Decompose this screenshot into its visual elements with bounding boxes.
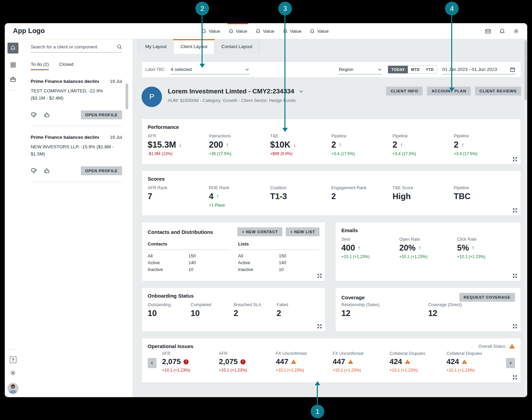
rail-item-portfolio[interactable] [10,76,16,82]
sidebar: To do (2) Closed Prime Finance balances … [21,39,137,397]
scrollbar-thumb[interactable] [524,40,527,100]
tab-todo[interactable]: To do (2) [31,62,49,70]
thumbs-down-icon[interactable] [31,168,37,174]
warning-icon [509,343,515,349]
performance-card: Performance AFR $15.3M↓ -$1.9M (13%) Int… [142,119,521,165]
card-title: Scores [148,176,515,182]
expand-icon[interactable] [513,273,517,278]
nav-item-value-5[interactable]: Value [310,23,329,39]
tab-closed[interactable]: Closed [59,62,73,70]
client-reviews-button[interactable]: CLIENT REVIEWS [475,87,521,95]
main-scrollbar[interactable] [524,39,527,397]
nav-item-value-2[interactable]: Value [228,23,248,39]
expand-icon[interactable] [513,157,517,162]
search-row [31,44,122,52]
metric-breached-sla: Breached SLA 2 [234,302,277,318]
bell-icon[interactable] [499,28,505,34]
sidebar-tabs: To do (2) Closed [31,62,137,70]
open-profile-button[interactable]: OPEN PROFILE [81,110,122,119]
top-bar: App Logo Value Value Value Value Value [5,23,527,39]
issue-collateral-disputes: Collateral Disputes 424 +10.1 (+1.23%) [446,351,503,373]
label-select[interactable]: 4 selected [171,65,250,74]
gear-icon[interactable] [513,28,519,34]
card-title: Operational Issues [148,343,193,349]
lists-table: Lists All150 Active140 Inactive10 [238,241,320,272]
scores-card: Scores AFR Rank 7 ROE Rank 4↑ +1 Place C… [142,170,521,216]
table-header: Lists [238,241,320,250]
layout-tabs: My Layout Client Layout Contact Layout [132,39,527,54]
region-value: Region [339,67,377,72]
thumbs-down-icon[interactable] [31,112,37,118]
table-row: Active140 [148,260,229,265]
period-mtd[interactable]: MTD [408,66,423,73]
callout-1-arrow-line [317,385,318,405]
tab-client-layout[interactable]: Client Layout [174,39,215,54]
trend-arrow: ↑ [339,142,341,148]
metric-outstanding: Outstanding 10 [148,302,191,318]
grid-icon [10,62,16,68]
nav-item-value-1[interactable]: Value [201,23,220,39]
date-range-picker[interactable]: 01 Jan 2023 - 01 Jun 2023 [442,65,515,74]
chevron-right-icon [508,361,513,365]
tab-my-layout[interactable]: My Layout [138,39,174,54]
issue-fx-unconfirmed: FX Unconfirmed 447 +10.1 (+1.23%) [332,351,389,373]
prev-button[interactable] [148,358,157,368]
search-input[interactable] [31,44,117,49]
chevron-down-icon [245,67,250,72]
contacts-table: Contacts All150 Active140 Inactive10 [148,241,229,272]
chevron-down-icon[interactable] [298,89,304,94]
rail-item-notifications[interactable] [8,43,18,54]
tab-contact-layout[interactable]: Contact Layout [215,39,260,54]
new-contact-button[interactable]: + NEW CONTACT [237,227,282,236]
coverage-card: Coverage REQUEST COVERAGE Relationship (… [335,287,521,332]
metric-pipeline: Pipeline 2↑ +3.4 (17.5%) [393,134,454,156]
next-button[interactable] [506,358,515,368]
card-title: Onboarding Status [148,293,320,299]
mail-icon[interactable] [485,28,491,34]
period-today[interactable]: TODAY [388,66,408,73]
user-avatar[interactable] [8,383,18,394]
expand-icon[interactable] [513,324,517,329]
rail-item-dashboard[interactable] [10,62,16,68]
search-icon[interactable] [117,44,122,49]
metric-pipeline: Pipeline 2↑ +3.4 (17.5%) [331,134,393,156]
notification-title: Prime Finance balances declined... [31,79,99,84]
bell-icon [310,29,315,34]
issue-afr: AFR 2,075! +10.1 (+1.23%) [219,351,276,373]
expand-icon[interactable] [513,375,517,380]
trend-arrow: ↑ [461,142,464,148]
period-ytd[interactable]: YTD [423,66,437,73]
trend-arrow: ↑ [418,245,421,251]
table-row: All150 [238,253,320,258]
trend-arrow: ↑ [472,245,474,251]
open-profile-button[interactable]: OPEN PROFILE [81,166,122,175]
request-coverage-button[interactable]: REQUEST COVERAGE [459,293,515,302]
metric-afr: AFR $15.3M↓ -$1.9M (13%) [148,134,209,156]
sidebar-scrollbar[interactable] [125,84,128,109]
expand-icon[interactable] [317,273,322,278]
warning-icon [462,359,467,364]
thumbs-up-icon[interactable] [44,112,50,118]
metric-failed: Failed 2 [277,302,320,318]
new-list-button[interactable]: + NEW LIST [286,227,320,236]
trend-arrow: ↓ [293,142,296,148]
metric-completed: Completed 10 [191,302,234,318]
gear-icon[interactable] [10,370,16,376]
client-info-button[interactable]: CLIENT INFO [386,87,423,95]
notification-card: Prime Finance balances declined... 19 Ju… [31,135,122,182]
thumbs-up-icon[interactable] [44,168,50,174]
region-select[interactable]: Region [339,65,382,74]
app-window: App Logo Value Value Value Value Value [5,23,527,397]
rail-divider [9,349,17,350]
callout-3-arrowhead [282,128,288,132]
filter-bar: Label TBC 4 selected Region TODAY MTD YT… [142,61,521,78]
trend-arrow: ↑ [226,142,228,148]
briefcase-icon [10,76,16,82]
metric-relationship-sales: Relationship (Sales) 12 [341,302,428,318]
nav-item-value-3[interactable]: Value [255,23,275,39]
expand-icon[interactable] [513,208,517,213]
expand-icon[interactable] [317,324,322,329]
contacts-card: Contacts and Distributions + NEW CONTACT… [142,222,326,281]
emails-card: Emails Sent 400↑ +10.1 (+1.23%) Open Rat… [335,222,521,281]
help-icon[interactable]: ? [10,357,16,363]
